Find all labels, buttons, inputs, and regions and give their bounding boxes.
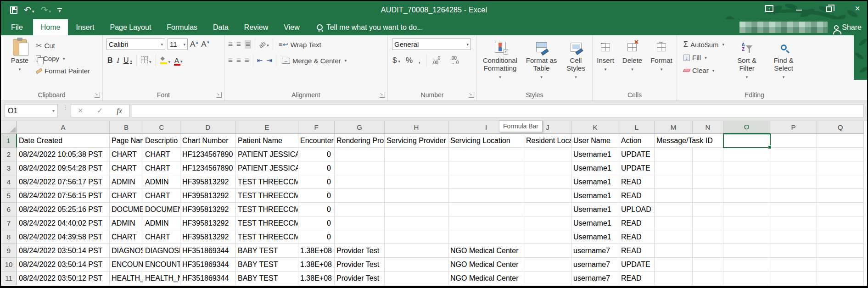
row-header[interactable]: 4: [1, 175, 17, 189]
cell[interactable]: Username1: [571, 175, 619, 189]
cell[interactable]: [693, 244, 723, 258]
cell[interactable]: Page Nam: [110, 134, 143, 148]
formula-bar-resize-handle[interactable]: ⋮: [62, 106, 68, 109]
increase-font-size-icon[interactable]: A▲: [190, 40, 199, 49]
cell[interactable]: [817, 189, 864, 203]
cell[interactable]: [693, 189, 723, 203]
name-box[interactable]: O1: [5, 104, 58, 117]
cell[interactable]: Provider Test: [335, 271, 385, 285]
cell[interactable]: Username1: [571, 148, 619, 161]
borders-button[interactable]: [141, 56, 151, 65]
number-format-select[interactable]: General: [392, 39, 471, 50]
cell[interactable]: TEST THREECCM: [236, 230, 298, 244]
cell[interactable]: [770, 244, 817, 258]
cell[interactable]: CHART: [143, 189, 180, 203]
cell[interactable]: [770, 216, 817, 230]
cell[interactable]: [770, 175, 817, 189]
cell[interactable]: DIAGNOSI: [110, 244, 143, 258]
tab-review[interactable]: Review: [236, 19, 276, 35]
row-header[interactable]: 1: [1, 134, 17, 148]
share-button[interactable]: Share: [834, 23, 862, 32]
cell[interactable]: [770, 271, 817, 285]
cell[interactable]: [524, 161, 571, 175]
cell[interactable]: [335, 216, 385, 230]
active-cell-selection[interactable]: [723, 133, 771, 148]
cell[interactable]: NGO Medical Center: [448, 271, 524, 285]
cell[interactable]: [723, 244, 770, 258]
cell[interactable]: READ: [619, 271, 655, 285]
align-top-icon[interactable]: ≡: [228, 40, 233, 49]
cell[interactable]: ADMIN: [110, 216, 143, 230]
font-size-select[interactable]: 11: [168, 39, 188, 50]
align-bottom-icon[interactable]: ≡: [245, 40, 251, 49]
cell[interactable]: 0: [298, 189, 335, 203]
cell[interactable]: HF395813292: [180, 175, 236, 189]
cell[interactable]: DOCUMEN: [110, 203, 143, 216]
column-header[interactable]: E: [236, 121, 298, 134]
autosum-button[interactable]: AutoSum: [682, 39, 726, 50]
cell[interactable]: READ: [619, 244, 655, 258]
cell[interactable]: [723, 216, 770, 230]
comma-format-button[interactable]: ,: [418, 56, 420, 65]
cell[interactable]: 08/24/2022 03:50:14 PST: [17, 258, 110, 271]
column-header[interactable]: G: [335, 121, 385, 134]
cell[interactable]: [385, 148, 448, 161]
cell[interactable]: CHART: [110, 230, 143, 244]
cell[interactable]: HF395813292: [180, 189, 236, 203]
cell[interactable]: [385, 258, 448, 271]
row-header[interactable]: 5: [1, 189, 17, 203]
cell[interactable]: [335, 161, 385, 175]
cell[interactable]: Provider Test: [335, 244, 385, 258]
row-header[interactable]: 7: [1, 216, 17, 230]
cell[interactable]: 1.38E+08: [298, 244, 335, 258]
tell-me-box[interactable]: Tell me what you want to do...: [308, 19, 423, 35]
currency-format-button[interactable]: $: [392, 56, 400, 65]
font-name-select[interactable]: Calibri: [106, 39, 165, 50]
cell[interactable]: 0: [298, 216, 335, 230]
row-header[interactable]: 3: [1, 161, 17, 175]
cell[interactable]: [524, 175, 571, 189]
cell[interactable]: HF351869344: [180, 271, 236, 285]
cell[interactable]: [817, 271, 864, 285]
bold-button[interactable]: B: [107, 56, 113, 65]
cell[interactable]: 1.38E+08: [298, 271, 335, 285]
cell[interactable]: TEST THREECCM: [236, 189, 298, 203]
cell[interactable]: UPLOAD: [619, 203, 655, 216]
cell[interactable]: PATIENT JESSICA: [236, 161, 298, 175]
cell[interactable]: [524, 271, 571, 285]
cell[interactable]: [524, 189, 571, 203]
cell[interactable]: [385, 271, 448, 285]
cut-button[interactable]: Cut: [34, 40, 92, 51]
cell[interactable]: ENCOUNT: [143, 258, 180, 271]
cell[interactable]: [723, 258, 770, 271]
cell[interactable]: 0: [298, 161, 335, 175]
tab-view[interactable]: View: [276, 19, 307, 35]
cell[interactable]: 0: [298, 230, 335, 244]
cell[interactable]: BABY TEST: [236, 244, 298, 258]
cell[interactable]: [770, 203, 817, 216]
cell[interactable]: 08/24/2022 04:39:58 PST: [17, 230, 110, 244]
cell[interactable]: [723, 230, 770, 244]
cell[interactable]: UPDATE: [619, 148, 655, 161]
column-header[interactable]: A: [17, 121, 110, 134]
cell[interactable]: HF395813292: [180, 230, 236, 244]
cell[interactable]: [770, 161, 817, 175]
cell[interactable]: [448, 203, 524, 216]
cell[interactable]: [335, 230, 385, 244]
cell[interactable]: 0: [298, 148, 335, 161]
cell[interactable]: 1.38E+08: [298, 258, 335, 271]
cell[interactable]: [655, 258, 693, 271]
ribbon-display-options-icon[interactable]: ↑: [764, 3, 774, 13]
cell[interactable]: [770, 189, 817, 203]
cell[interactable]: [385, 244, 448, 258]
cell[interactable]: BABY TEST: [236, 258, 298, 271]
cell[interactable]: [655, 230, 693, 244]
minimize-icon[interactable]: [794, 3, 804, 13]
column-header[interactable]: L: [619, 121, 655, 134]
cell[interactable]: 08/24/2022 03:50:12 PST: [17, 271, 110, 285]
cell[interactable]: [655, 271, 693, 285]
cell[interactable]: Date Created: [17, 134, 110, 148]
cell[interactable]: [723, 148, 770, 161]
cell[interactable]: CHART: [143, 161, 180, 175]
wrap-text-button[interactable]: Wrap Text: [277, 40, 323, 50]
